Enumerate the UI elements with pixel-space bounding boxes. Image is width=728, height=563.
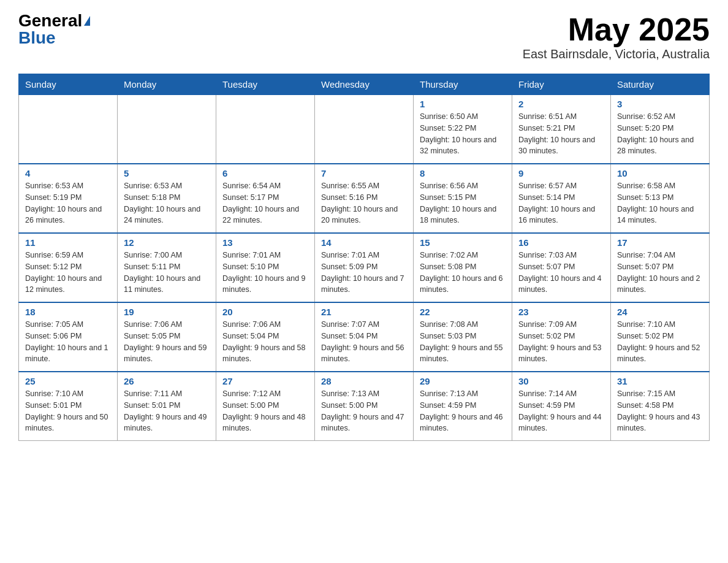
day-number: 25 (25, 376, 111, 386)
day-info: Sunrise: 6:52 AM Sunset: 5:20 PM Dayligh… (617, 111, 703, 157)
day-number: 4 (25, 168, 111, 178)
day-info: Sunrise: 6:50 AM Sunset: 5:22 PM Dayligh… (420, 111, 506, 157)
day-number: 10 (617, 168, 703, 178)
day-cell-w2-d2: 5Sunrise: 6:53 AM Sunset: 5:18 PM Daylig… (118, 164, 216, 233)
day-info: Sunrise: 6:59 AM Sunset: 5:12 PM Dayligh… (25, 250, 111, 296)
day-cell-w3-d1: 11Sunrise: 6:59 AM Sunset: 5:12 PM Dayli… (19, 233, 118, 302)
logo-blue-text: Blue (18, 29, 56, 47)
day-number: 23 (518, 307, 604, 317)
day-cell-w4-d3: 20Sunrise: 7:06 AM Sunset: 5:04 PM Dayli… (216, 302, 315, 372)
day-number: 18 (25, 307, 111, 317)
day-cell-w1-d5: 1Sunrise: 6:50 AM Sunset: 5:22 PM Daylig… (414, 95, 512, 164)
week-row-2: 4Sunrise: 6:53 AM Sunset: 5:19 PM Daylig… (19, 164, 710, 233)
day-number: 24 (617, 307, 703, 317)
header-monday: Monday (118, 74, 216, 95)
day-cell-w1-d2 (118, 95, 216, 164)
day-info: Sunrise: 6:55 AM Sunset: 5:16 PM Dayligh… (321, 180, 407, 226)
day-cell-w2-d1: 4Sunrise: 6:53 AM Sunset: 5:19 PM Daylig… (19, 164, 118, 233)
calendar-header-row: SundayMondayTuesdayWednesdayThursdayFrid… (19, 74, 710, 95)
title-area: May 2025 East Bairnsdale, Victoria, Aust… (523, 12, 710, 61)
day-info: Sunrise: 7:06 AM Sunset: 5:05 PM Dayligh… (124, 319, 210, 365)
day-number: 29 (420, 376, 506, 386)
header-thursday: Thursday (414, 74, 512, 95)
header-saturday: Saturday (611, 74, 710, 95)
day-cell-w4-d4: 21Sunrise: 7:07 AM Sunset: 5:04 PM Dayli… (315, 302, 414, 372)
day-cell-w3-d5: 15Sunrise: 7:02 AM Sunset: 5:08 PM Dayli… (414, 233, 512, 302)
day-cell-w2-d4: 7Sunrise: 6:55 AM Sunset: 5:16 PM Daylig… (315, 164, 414, 233)
day-cell-w4-d6: 23Sunrise: 7:09 AM Sunset: 5:02 PM Dayli… (512, 302, 611, 372)
day-info: Sunrise: 7:13 AM Sunset: 5:00 PM Dayligh… (321, 388, 407, 434)
day-cell-w3-d6: 16Sunrise: 7:03 AM Sunset: 5:07 PM Dayli… (512, 233, 611, 302)
week-row-1: 1Sunrise: 6:50 AM Sunset: 5:22 PM Daylig… (19, 95, 710, 164)
day-number: 30 (518, 376, 604, 386)
header-wednesday: Wednesday (315, 74, 414, 95)
day-number: 20 (222, 307, 308, 317)
day-cell-w5-d1: 25Sunrise: 7:10 AM Sunset: 5:01 PM Dayli… (19, 372, 118, 441)
day-number: 12 (124, 237, 210, 248)
day-number: 26 (124, 376, 210, 386)
day-cell-w5-d3: 27Sunrise: 7:12 AM Sunset: 5:00 PM Dayli… (216, 372, 315, 441)
day-cell-w1-d4 (315, 95, 414, 164)
day-number: 1 (420, 99, 506, 109)
day-number: 14 (321, 237, 407, 248)
day-cell-w3-d7: 17Sunrise: 7:04 AM Sunset: 5:07 PM Dayli… (611, 233, 710, 302)
day-cell-w4-d7: 24Sunrise: 7:10 AM Sunset: 5:02 PM Dayli… (611, 302, 710, 372)
day-info: Sunrise: 6:58 AM Sunset: 5:13 PM Dayligh… (617, 180, 703, 226)
day-info: Sunrise: 7:00 AM Sunset: 5:11 PM Dayligh… (124, 250, 210, 296)
day-number: 5 (124, 168, 210, 178)
day-info: Sunrise: 7:08 AM Sunset: 5:03 PM Dayligh… (420, 319, 506, 365)
day-cell-w5-d2: 26Sunrise: 7:11 AM Sunset: 5:01 PM Dayli… (118, 372, 216, 441)
day-number: 2 (518, 99, 604, 109)
day-number: 8 (420, 168, 506, 178)
day-number: 19 (124, 307, 210, 317)
week-row-3: 11Sunrise: 6:59 AM Sunset: 5:12 PM Dayli… (19, 233, 710, 302)
day-number: 21 (321, 307, 407, 317)
day-info: Sunrise: 7:15 AM Sunset: 4:58 PM Dayligh… (617, 388, 703, 434)
day-info: Sunrise: 7:04 AM Sunset: 5:07 PM Dayligh… (617, 250, 703, 296)
day-info: Sunrise: 7:14 AM Sunset: 4:59 PM Dayligh… (518, 388, 604, 434)
day-cell-w1-d6: 2Sunrise: 6:51 AM Sunset: 5:21 PM Daylig… (512, 95, 611, 164)
day-cell-w5-d7: 31Sunrise: 7:15 AM Sunset: 4:58 PM Dayli… (611, 372, 710, 441)
day-info: Sunrise: 6:54 AM Sunset: 5:17 PM Dayligh… (222, 180, 308, 226)
day-number: 22 (420, 307, 506, 317)
day-cell-w3-d3: 13Sunrise: 7:01 AM Sunset: 5:10 PM Dayli… (216, 233, 315, 302)
day-cell-w3-d2: 12Sunrise: 7:00 AM Sunset: 5:11 PM Dayli… (118, 233, 216, 302)
day-info: Sunrise: 7:05 AM Sunset: 5:06 PM Dayligh… (25, 319, 111, 365)
day-number: 17 (617, 237, 703, 248)
day-cell-w4-d2: 19Sunrise: 7:06 AM Sunset: 5:05 PM Dayli… (118, 302, 216, 372)
header-tuesday: Tuesday (216, 74, 315, 95)
day-cell-w5-d6: 30Sunrise: 7:14 AM Sunset: 4:59 PM Dayli… (512, 372, 611, 441)
day-number: 7 (321, 168, 407, 178)
day-cell-w2-d7: 10Sunrise: 6:58 AM Sunset: 5:13 PM Dayli… (611, 164, 710, 233)
day-number: 27 (222, 376, 308, 386)
day-number: 6 (222, 168, 308, 178)
day-info: Sunrise: 7:06 AM Sunset: 5:04 PM Dayligh… (222, 319, 308, 365)
day-info: Sunrise: 7:02 AM Sunset: 5:08 PM Dayligh… (420, 250, 506, 296)
week-row-4: 18Sunrise: 7:05 AM Sunset: 5:06 PM Dayli… (19, 302, 710, 372)
day-cell-w5-d5: 29Sunrise: 7:13 AM Sunset: 4:59 PM Dayli… (414, 372, 512, 441)
day-info: Sunrise: 7:07 AM Sunset: 5:04 PM Dayligh… (321, 319, 407, 365)
location-subtitle: East Bairnsdale, Victoria, Australia (523, 47, 710, 61)
day-cell-w1-d7: 3Sunrise: 6:52 AM Sunset: 5:20 PM Daylig… (611, 95, 710, 164)
day-cell-w2-d6: 9Sunrise: 6:57 AM Sunset: 5:14 PM Daylig… (512, 164, 611, 233)
day-number: 11 (25, 237, 111, 248)
header-sunday: Sunday (19, 74, 118, 95)
day-cell-w1-d1 (19, 95, 118, 164)
day-cell-w2-d5: 8Sunrise: 6:56 AM Sunset: 5:15 PM Daylig… (414, 164, 512, 233)
day-cell-w3-d4: 14Sunrise: 7:01 AM Sunset: 5:09 PM Dayli… (315, 233, 414, 302)
day-info: Sunrise: 7:01 AM Sunset: 5:10 PM Dayligh… (222, 250, 308, 296)
day-info: Sunrise: 6:53 AM Sunset: 5:18 PM Dayligh… (124, 180, 210, 226)
day-number: 31 (617, 376, 703, 386)
week-row-5: 25Sunrise: 7:10 AM Sunset: 5:01 PM Dayli… (19, 372, 710, 441)
logo: General Blue (18, 12, 90, 47)
header-friday: Friday (512, 74, 611, 95)
day-info: Sunrise: 6:57 AM Sunset: 5:14 PM Dayligh… (518, 180, 604, 226)
day-info: Sunrise: 7:09 AM Sunset: 5:02 PM Dayligh… (518, 319, 604, 365)
day-info: Sunrise: 7:01 AM Sunset: 5:09 PM Dayligh… (321, 250, 407, 296)
day-info: Sunrise: 7:11 AM Sunset: 5:01 PM Dayligh… (124, 388, 210, 434)
day-number: 9 (518, 168, 604, 178)
day-info: Sunrise: 7:03 AM Sunset: 5:07 PM Dayligh… (518, 250, 604, 296)
day-cell-w4-d5: 22Sunrise: 7:08 AM Sunset: 5:03 PM Dayli… (414, 302, 512, 372)
calendar-table: SundayMondayTuesdayWednesdayThursdayFrid… (18, 74, 710, 441)
day-cell-w2-d3: 6Sunrise: 6:54 AM Sunset: 5:17 PM Daylig… (216, 164, 315, 233)
